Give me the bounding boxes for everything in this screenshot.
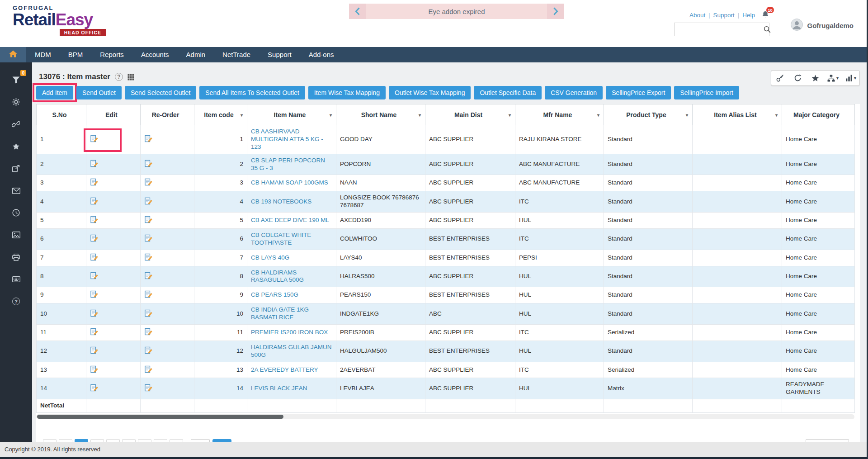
edit-icon[interactable]	[90, 290, 99, 298]
column-header-item-code[interactable]: Item code▾	[194, 104, 247, 125]
outlet-wise-tax-mapping-button[interactable]: Outlet Wise Tax Mapping	[389, 86, 471, 99]
column-header-product-type[interactable]: Product Type▾	[604, 104, 693, 125]
nav-item-accounts[interactable]: Accounts	[132, 47, 178, 62]
item-name-link[interactable]: CB AXE DEEP DIVE 190 ML	[251, 217, 329, 223]
grid-icon[interactable]	[127, 74, 134, 80]
search-input[interactable]	[675, 23, 764, 36]
edit-icon[interactable]	[90, 159, 99, 168]
refresh-icon[interactable]	[789, 71, 807, 85]
edit-icon[interactable]	[90, 253, 99, 261]
nav-item-reports[interactable]: Reports	[91, 47, 132, 62]
add-item-button[interactable]: Add Item	[36, 86, 73, 99]
outlet-specific-data-button[interactable]: Outlet Specific Data	[474, 86, 542, 99]
sitemap-icon[interactable]: ▾	[824, 71, 842, 85]
edit-icon[interactable]	[90, 271, 99, 280]
item-name-link[interactable]: CB HALDIRAMS RASAGULLA 500G	[251, 269, 304, 284]
item-name-link[interactable]: 2A EVEREDY BATTERY	[251, 366, 318, 373]
key-icon[interactable]	[771, 71, 789, 85]
send-outlet-button[interactable]: Send Outlet	[76, 86, 122, 99]
column-header-item-alias-list[interactable]: Item Alias List▾	[693, 104, 782, 125]
reorder-icon[interactable]	[144, 327, 153, 336]
item-name-link[interactable]: CB COLGATE WHITE TOOTHPASTE	[251, 232, 311, 246]
edit-icon[interactable]	[90, 197, 99, 205]
sort-caret-icon[interactable]: ▾	[775, 112, 778, 117]
csv-generation-button[interactable]: CSV Generation	[545, 86, 603, 99]
column-header-item-name[interactable]: Item Name▾	[247, 104, 336, 125]
help-icon[interactable]: ?	[0, 290, 32, 312]
item-name-link[interactable]: PREMIER IS200 IRON BOX	[251, 329, 328, 336]
edit-icon[interactable]	[90, 309, 99, 317]
sellingprice-import-button[interactable]: SellingPrice Import	[674, 86, 739, 99]
sort-caret-icon[interactable]: ▾	[509, 112, 511, 117]
item-name-link[interactable]: CB PEARS 150G	[251, 291, 298, 298]
star-icon[interactable]	[0, 135, 32, 157]
mail-icon[interactable]	[0, 180, 32, 202]
edit-icon[interactable]	[90, 327, 99, 336]
nav-item-bpm[interactable]: BPM	[60, 47, 92, 62]
chart-icon[interactable]: ▾	[842, 71, 859, 85]
star-icon[interactable]	[807, 71, 824, 85]
column-header-mfr-name[interactable]: Mfr Name▾	[515, 104, 604, 125]
send-icon[interactable]	[0, 157, 32, 180]
item-name-link[interactable]: CB SLAP PERI POPCORN 35 G - 3	[251, 157, 325, 171]
nav-item-admin[interactable]: Admin	[178, 47, 214, 62]
reorder-icon[interactable]	[144, 383, 153, 392]
nav-item-add-ons[interactable]: Add-ons	[300, 47, 343, 62]
edit-icon[interactable]	[90, 234, 99, 242]
sort-caret-icon[interactable]: ▾	[241, 112, 243, 117]
nav-item-mdm[interactable]: MDM	[26, 47, 60, 62]
item-name-link[interactable]: CB INDIA GATE 1KG BASMATI RICE	[251, 306, 309, 321]
column-header-short-name[interactable]: Short Name▾	[336, 104, 425, 125]
sort-caret-icon[interactable]: ▾	[330, 112, 332, 117]
sort-caret-icon[interactable]: ▾	[686, 112, 688, 117]
header-link-help[interactable]: Help	[742, 12, 755, 19]
reorder-icon[interactable]	[144, 271, 153, 280]
scrollbar-thumb[interactable]	[37, 415, 283, 419]
help-icon[interactable]: ?	[115, 73, 123, 81]
item-name-link[interactable]: CB HAMAM SOAP 100GMS	[251, 179, 328, 186]
banner-prev-icon[interactable]	[349, 4, 366, 19]
item-name-link[interactable]: CB AASHIRVAAD MULTIGRAIN ATTA 5 KG - 123	[251, 128, 323, 150]
send-selected-outlet-button[interactable]: Send Selected Outlet	[125, 86, 196, 99]
home-tab[interactable]	[0, 47, 26, 62]
item-name-link[interactable]: HALDIRAMS GULAB JAMUN 500G	[251, 344, 332, 358]
print-icon[interactable]	[0, 246, 32, 268]
reorder-icon[interactable]	[144, 215, 153, 224]
image-icon[interactable]	[0, 224, 32, 246]
nav-item-nettrade[interactable]: NetTrade	[214, 47, 259, 62]
reorder-icon[interactable]	[144, 134, 153, 143]
sort-caret-icon[interactable]: ▾	[419, 112, 421, 117]
send-all-items-to-selected-outlet-button[interactable]: Send All Items To Selected Outlet	[199, 86, 305, 99]
edit-icon[interactable]	[90, 365, 99, 374]
sort-caret-icon[interactable]: ▾	[597, 112, 599, 117]
nav-item-support[interactable]: Support	[259, 47, 300, 62]
edit-icon[interactable]	[90, 178, 99, 186]
notification-bell-icon[interactable]: 10	[762, 11, 771, 19]
header-link-about[interactable]: About	[689, 12, 705, 19]
header-link-support[interactable]: Support	[713, 12, 735, 19]
edit-icon[interactable]	[90, 215, 99, 224]
reorder-icon[interactable]	[144, 346, 153, 355]
gear-icon[interactable]	[0, 91, 32, 113]
edit-icon[interactable]	[90, 383, 99, 392]
reorder-icon[interactable]	[144, 178, 153, 186]
item-wise-tax-mapping-button[interactable]: Item Wise Tax Mapping	[308, 86, 386, 99]
keyboard-icon[interactable]	[0, 268, 32, 290]
sellingprice-export-button[interactable]: SellingPrice Export	[606, 86, 671, 99]
search-icon[interactable]	[764, 26, 771, 33]
item-name-link[interactable]: CB 193 NOTEBOOKS	[251, 198, 311, 205]
reorder-icon[interactable]	[144, 365, 153, 374]
banner-next-icon[interactable]	[547, 4, 564, 19]
filter-icon[interactable]: 0	[0, 69, 32, 91]
user-menu[interactable]: Gofrugaldemo	[791, 19, 854, 33]
item-name-link[interactable]: CB LAYS 40G	[251, 254, 289, 261]
reorder-icon[interactable]	[144, 253, 153, 261]
link-icon[interactable]	[0, 113, 32, 135]
horizontal-scrollbar[interactable]	[36, 414, 854, 419]
reorder-icon[interactable]	[144, 234, 153, 242]
item-name-link[interactable]: LEVIS BLACK JEAN	[251, 385, 307, 392]
reorder-icon[interactable]	[144, 309, 153, 317]
clock-icon[interactable]	[0, 202, 32, 224]
column-header-main-dist[interactable]: Main Dist▾	[425, 104, 515, 125]
reorder-icon[interactable]	[144, 197, 153, 205]
